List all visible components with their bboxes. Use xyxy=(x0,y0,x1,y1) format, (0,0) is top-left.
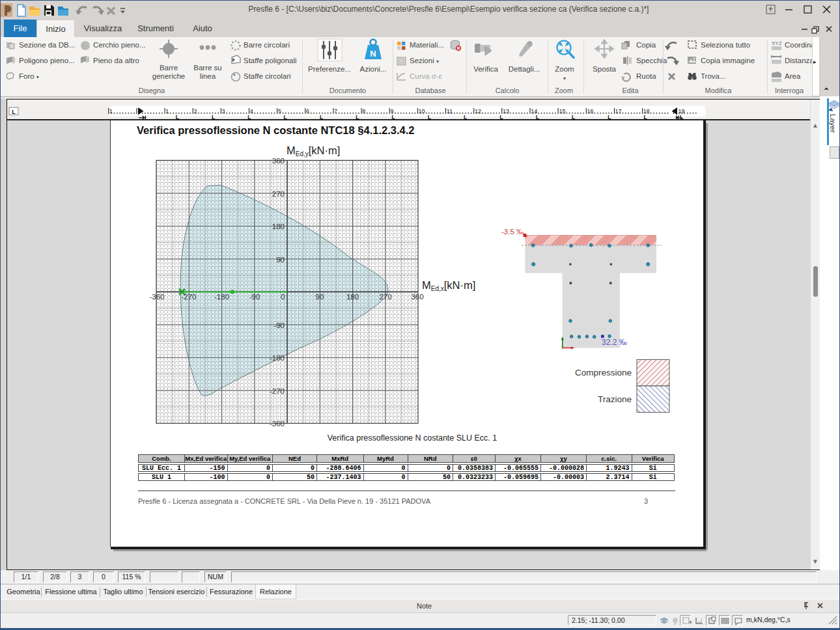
svg-text:5: 5 xyxy=(278,108,281,115)
svg-text:1: 1 xyxy=(165,108,169,115)
svg-text:16: 16 xyxy=(587,108,594,115)
svg-text:2: 2 xyxy=(193,108,197,115)
svg-text:N: N xyxy=(370,49,376,59)
svg-text:7: 7 xyxy=(334,108,337,115)
svg-text:L: L xyxy=(12,109,16,115)
svg-text:13: 13 xyxy=(503,108,509,115)
svg-text:XYZ: XYZ xyxy=(772,40,782,46)
svg-text:6: 6 xyxy=(306,108,309,115)
svg-text:8: 8 xyxy=(362,108,365,115)
svg-text:10: 10 xyxy=(419,108,425,115)
svg-text:17: 17 xyxy=(615,108,622,115)
svg-text:12: 12 xyxy=(475,108,481,115)
svg-text:15: 15 xyxy=(559,108,565,115)
svg-text:1: 1 xyxy=(109,108,113,115)
svg-text:3: 3 xyxy=(222,108,225,115)
